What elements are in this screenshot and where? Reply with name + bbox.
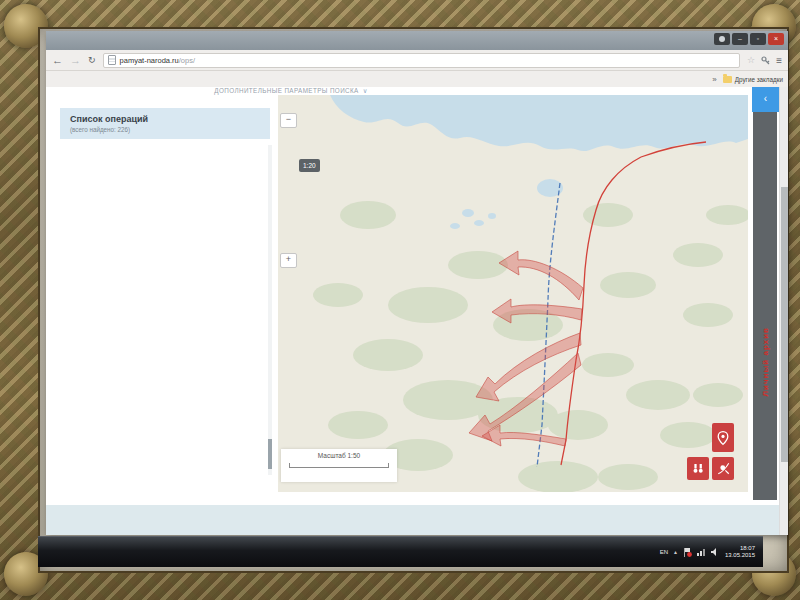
url-path: /ops/ — [179, 56, 195, 65]
speaker-icon[interactable] — [711, 548, 720, 556]
awards-button[interactable] — [687, 457, 709, 480]
action-center-flag-icon[interactable] — [683, 548, 692, 557]
forward-icon[interactable]: → — [70, 54, 81, 66]
bookmarks-bar: » Другие закладки — [46, 71, 788, 88]
page-footer — [46, 505, 779, 535]
collapse-panel-button[interactable]: ‹ — [752, 87, 779, 112]
sidebar-subtitle: (всего найдено: 226) — [70, 126, 260, 133]
scale-ticks — [281, 468, 397, 469]
pin-icon — [715, 430, 731, 446]
other-bookmarks[interactable]: Другие закладки — [735, 76, 783, 83]
tray-time: 18:07 — [725, 545, 755, 552]
close-button[interactable] — [768, 33, 784, 45]
toolbar-right: ☆ ≡ — [747, 55, 782, 66]
map-canvas — [278, 95, 748, 492]
page-icon — [108, 55, 116, 65]
menu-icon[interactable]: ≡ — [776, 55, 782, 66]
chevron-down-icon: ∨ — [363, 87, 368, 94]
sidebar-header: Список операций (всего найдено: 226) — [60, 108, 270, 139]
sidebar-scrollbar[interactable] — [268, 145, 272, 475]
system-tray: EN ▲ 18:07 13.05.2015 — [660, 545, 763, 559]
reload-icon[interactable]: ↻ — [88, 55, 96, 65]
operations-map[interactable]: − 1:20 + Масштаб 1:50 — [278, 95, 748, 492]
address-bar[interactable]: pamyat-naroda.ru /ops/ — [103, 53, 741, 68]
map-scale: Масштаб 1:50 — [281, 449, 397, 482]
browser-window: ← → ↻ pamyat-naroda.ru /ops/ ☆ ≡ » — [46, 31, 788, 535]
sidebar-scrollbar-thumb[interactable] — [268, 439, 272, 469]
zoom-tooltip: 1:20 — [299, 159, 320, 172]
tray-date: 13.05.2015 — [725, 552, 755, 559]
page-content: ДОПОЛНИТЕЛЬНЫЕ ПАРАМЕТРЫ ПОИСКА∨ Список … — [46, 87, 788, 535]
url-domain: pamyat-naroda.ru — [120, 56, 179, 65]
operations-sidebar: Список операций (всего найдено: 226) — [60, 108, 270, 139]
browser-toolbar: ← → ↻ pamyat-naroda.ru /ops/ ☆ ≡ — [46, 50, 788, 71]
folder-icon — [723, 76, 732, 83]
slide-with-frame: ← → ↻ pamyat-naroda.ru /ops/ ☆ ≡ » — [0, 0, 800, 600]
satellite-button[interactable] — [712, 457, 734, 480]
tab-strip — [46, 31, 788, 50]
maximize-button[interactable] — [750, 33, 766, 45]
page-scrollbar-thumb[interactable] — [781, 187, 788, 462]
sidebar-title: Список операций — [70, 114, 260, 124]
back-icon[interactable]: ← — [52, 54, 63, 66]
additional-search-params[interactable]: ДОПОЛНИТЕЛЬНЫЕ ПАРАМЕТРЫ ПОИСКА∨ — [146, 87, 436, 94]
page-scrollbar[interactable] — [779, 87, 788, 535]
clock[interactable]: 18:07 13.05.2015 — [725, 545, 755, 559]
medals-icon — [691, 461, 706, 476]
profile-button[interactable] — [714, 33, 730, 45]
windows-taskbar: EN ▲ 18:07 13.05.2015 — [38, 536, 763, 567]
language-indicator[interactable]: EN — [660, 549, 668, 555]
bookmark-star-icon[interactable]: ☆ — [747, 55, 755, 65]
bookmarks-overflow-icon[interactable]: » — [712, 75, 716, 84]
minimize-button[interactable] — [732, 33, 748, 45]
key-extension-icon[interactable] — [761, 56, 770, 65]
screenshot-photo: ← → ↻ pamyat-naroda.ru /ops/ ☆ ≡ » — [38, 27, 789, 573]
baltic-sea — [330, 95, 748, 151]
geo-pin-button[interactable] — [712, 423, 734, 452]
personal-archive-label: Личный архив — [761, 327, 770, 397]
scale-title: Масштаб 1:50 — [281, 452, 397, 459]
satellite-icon — [716, 461, 731, 476]
zoom-in-button[interactable]: + — [280, 253, 297, 268]
zoom-out-button[interactable]: − — [280, 113, 297, 128]
network-icon[interactable] — [697, 548, 706, 556]
window-controls — [714, 33, 784, 45]
tray-expand-icon[interactable]: ▲ — [673, 549, 678, 555]
personal-archive-panel[interactable]: Личный архив — [753, 112, 777, 500]
